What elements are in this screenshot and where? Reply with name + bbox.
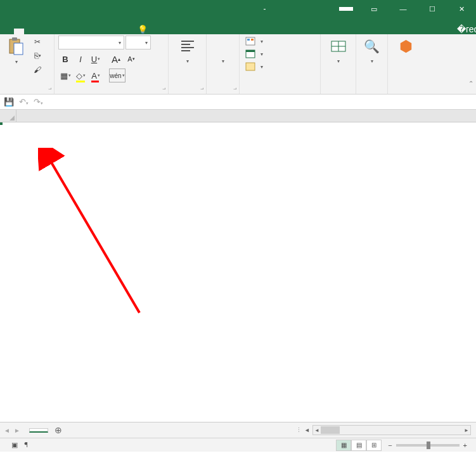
svg-rect-9 <box>251 39 254 41</box>
increase-font-button[interactable]: A▴ <box>109 52 123 66</box>
zoom-out-button[interactable]: − <box>388 442 392 449</box>
accessibility-status[interactable]: ᖳ <box>24 441 28 449</box>
font-size-combo[interactable]: ▾ <box>125 36 151 49</box>
cells-button[interactable]: ▾ <box>326 36 351 65</box>
sheet-tab-bar: ◄ ► ⊕ ⋮ ◄ ◄► <box>0 422 476 438</box>
tab-formulas[interactable] <box>55 29 65 34</box>
tab-home[interactable] <box>14 29 24 34</box>
status-bar: ▣ ᖳ ▦ ▤ ⊞ − + <box>0 438 476 452</box>
tab-insert[interactable] <box>24 29 34 34</box>
borders-button[interactable]: ▦▾ <box>58 69 72 82</box>
phonetic-button[interactable]: wén▾ <box>109 69 125 82</box>
editing-button[interactable]: 🔍 ▾ <box>360 36 384 65</box>
quick-access-toolbar: 💾 ↶▾ ↷▾ <box>0 95 476 110</box>
tab-split-handle[interactable]: ⋮ <box>296 427 302 433</box>
ribbon: ✂ ⎘▾ 🖌 ▾ ▾ B I U▾ A▴ A▾ ▦▾ ◇▾ <box>0 34 476 95</box>
svg-rect-2 <box>14 43 23 55</box>
tab-draw[interactable] <box>34 29 44 34</box>
save-button[interactable]: 💾 <box>4 97 14 107</box>
minimize-button[interactable]: — <box>389 0 418 18</box>
tab-developer[interactable] <box>95 29 105 34</box>
share-icon[interactable]: �географии <box>457 24 476 34</box>
page-layout-view-button[interactable]: ▤ <box>351 440 366 451</box>
tab-help[interactable] <box>105 29 115 34</box>
tab-power-pivot[interactable] <box>125 29 136 34</box>
svg-line-16 <box>49 159 139 313</box>
tab-file[interactable] <box>4 29 14 34</box>
group-label-styles <box>243 92 316 93</box>
underline-button[interactable]: U▾ <box>89 52 103 66</box>
worksheet-grid[interactable] <box>0 122 476 422</box>
paste-icon <box>6 37 25 56</box>
collapse-ribbon-icon[interactable]: ⌃ <box>468 80 473 87</box>
svg-rect-7 <box>246 37 255 45</box>
decrease-font-button[interactable]: A▾ <box>124 52 138 66</box>
tab-pdf-tools[interactable] <box>115 29 125 34</box>
copy-button[interactable]: ⎘▾ <box>30 49 44 62</box>
alignment-icon <box>178 37 197 56</box>
table-format-icon <box>245 49 256 59</box>
redo-button[interactable]: ↷▾ <box>34 97 43 107</box>
addins-button[interactable]: ⬢ <box>394 36 418 58</box>
svg-rect-11 <box>246 50 255 52</box>
svg-rect-8 <box>247 39 250 41</box>
cells-icon <box>329 37 348 56</box>
horizontal-scrollbar[interactable]: ◄► <box>312 425 471 435</box>
cell-styles-button[interactable]: ▾ <box>243 61 264 72</box>
format-as-table-button[interactable]: ▾ <box>243 48 264 60</box>
close-button[interactable]: ✕ <box>447 0 476 18</box>
select-all-corner[interactable] <box>0 110 16 122</box>
zoom-in-button[interactable]: + <box>463 442 467 449</box>
ribbon-display-options-icon[interactable]: ▭ <box>359 0 389 18</box>
font-color-button[interactable]: A▾ <box>89 69 103 82</box>
number-format-button[interactable]: ▾ <box>211 36 235 65</box>
addins-icon: ⬢ <box>396 37 415 56</box>
fill-color-button[interactable]: ◇▾ <box>74 69 87 82</box>
alignment-button[interactable]: ▾ <box>176 36 200 65</box>
tab-view[interactable] <box>85 29 95 34</box>
bold-button[interactable]: B <box>58 52 72 66</box>
maximize-button[interactable]: ☐ <box>418 0 447 18</box>
new-sheet-button[interactable]: ⊕ <box>51 422 66 438</box>
title-bar: - ▭ — ☐ ✕ <box>0 0 476 18</box>
tell-me[interactable] <box>150 29 160 34</box>
ribbon-tabs: 💡 �географии <box>0 18 476 34</box>
cut-button[interactable]: ✂ <box>30 36 44 48</box>
group-label-clipboard <box>4 92 50 93</box>
zoom-slider[interactable] <box>396 444 460 447</box>
group-label-number <box>210 92 235 93</box>
cell-selection <box>0 122 3 125</box>
svg-rect-12 <box>246 63 255 70</box>
sheet-nav-prev[interactable]: ◄ <box>4 427 10 434</box>
group-label-alignment <box>172 92 202 93</box>
cell-style-icon <box>245 62 256 72</box>
group-label-cells <box>325 92 352 93</box>
svg-rect-1 <box>12 37 17 41</box>
tell-me-bulb-icon[interactable]: 💡 <box>136 25 150 34</box>
undo-button[interactable]: ↶▾ <box>19 97 29 107</box>
italic-button[interactable]: I <box>74 52 87 66</box>
group-label-addins <box>392 92 420 93</box>
macro-record-icon[interactable]: ▣ <box>11 441 18 449</box>
tab-review[interactable] <box>75 29 85 34</box>
window-title: - <box>190 4 339 13</box>
normal-view-button[interactable]: ▦ <box>336 440 351 451</box>
login-button[interactable] <box>339 7 353 11</box>
conditional-format-icon <box>245 36 256 46</box>
tab-page-layout[interactable] <box>44 29 55 34</box>
page-break-view-button[interactable]: ⊞ <box>366 440 382 451</box>
group-label-font <box>58 92 164 93</box>
group-label-editing <box>360 92 383 93</box>
tab-data[interactable] <box>65 29 75 34</box>
annotation-arrow <box>38 148 152 325</box>
paste-button[interactable] <box>4 36 28 66</box>
font-name-combo[interactable]: ▾ <box>58 36 124 49</box>
sheet-tab-sheet1[interactable] <box>29 428 48 433</box>
format-painter-button[interactable]: 🖌 <box>30 63 44 76</box>
sheet-nav-next[interactable]: ► <box>14 427 20 434</box>
conditional-formatting-button[interactable]: ▾ <box>243 36 264 47</box>
find-icon: 🔍 <box>363 37 382 56</box>
percent-icon <box>214 37 233 56</box>
column-headers <box>0 110 476 122</box>
